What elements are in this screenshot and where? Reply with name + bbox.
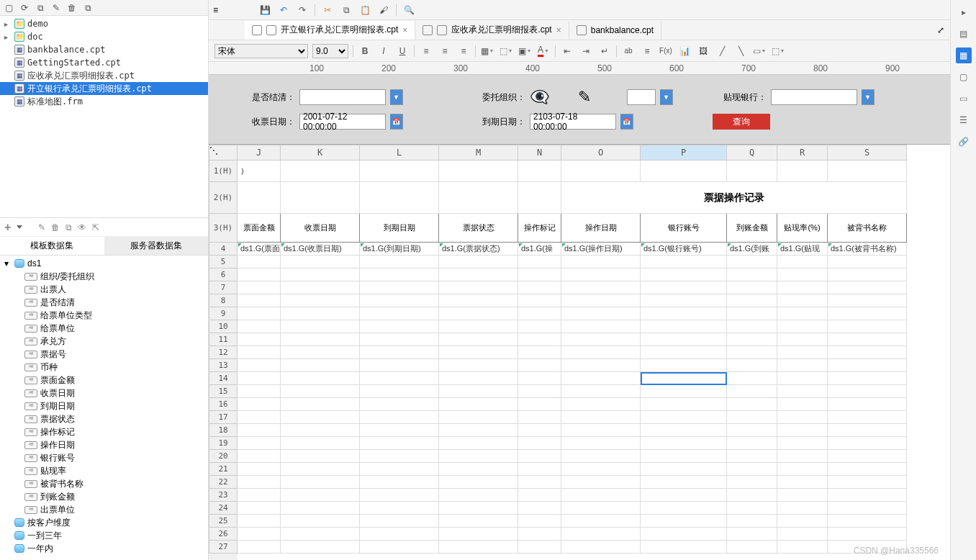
folder-item[interactable]: ▸📁demo (0, 17, 208, 30)
grid-cell[interactable] (238, 463, 281, 476)
grid-cell[interactable] (727, 528, 777, 541)
grid-cell[interactable] (518, 437, 561, 450)
grid-cell[interactable] (518, 307, 561, 320)
grid-cell[interactable]: 到期日期 (360, 214, 439, 243)
grid-cell[interactable] (439, 281, 518, 294)
grid-cell[interactable] (281, 450, 360, 463)
dataset-field[interactable]: ᴬᴮ币种 (0, 361, 208, 374)
grid-cell[interactable] (281, 385, 360, 398)
grid-cell[interactable] (828, 307, 907, 320)
grid-cell[interactable] (828, 346, 907, 359)
grid-cell[interactable] (641, 359, 727, 372)
grid-cell[interactable] (518, 476, 561, 489)
grid-cell[interactable] (281, 398, 360, 411)
grid-cell[interactable] (281, 294, 360, 307)
grid-cell[interactable] (641, 385, 727, 398)
dataset-field[interactable]: ᴬᴮ到期日期 (0, 399, 208, 412)
row-header[interactable]: 22 (209, 476, 238, 489)
grid-cell[interactable] (238, 424, 281, 437)
align-center-icon[interactable]: ≡ (438, 44, 452, 58)
file-tree[interactable]: ▸📁demo▸📁doc▦bankbalance.cpt▦GettingStart… (0, 16, 208, 217)
grid-cell[interactable] (777, 281, 828, 294)
row-header[interactable]: 14 (209, 372, 238, 385)
grid-cell[interactable] (439, 515, 518, 528)
grid-cell[interactable] (727, 294, 777, 307)
panel1-icon[interactable]: ▤ (956, 26, 972, 42)
grid-cell[interactable] (828, 411, 907, 424)
dataset-dim[interactable]: 按客户维度 (0, 516, 208, 529)
dataset-field[interactable]: ᴬᴮ承兑方 (0, 335, 208, 348)
grid-cell[interactable] (439, 411, 518, 424)
grid-cell[interactable] (439, 294, 518, 307)
grid-cell[interactable] (561, 476, 641, 489)
row-header[interactable]: 16 (209, 398, 238, 411)
grid-cell[interactable] (238, 489, 281, 502)
grid-cell[interactable] (561, 161, 641, 182)
grid-cell[interactable] (641, 463, 727, 476)
grid-cell[interactable] (518, 281, 561, 294)
grid-cell[interactable] (439, 398, 518, 411)
grid-cell[interactable] (360, 268, 439, 281)
panel2-icon[interactable]: ▦ (956, 48, 972, 63)
grid-cell[interactable] (561, 294, 641, 307)
grid-cell[interactable] (828, 385, 907, 398)
grid-cell[interactable] (439, 182, 518, 214)
grid-cell[interactable] (641, 333, 727, 346)
file-item[interactable]: ▦GettingStarted.cpt (0, 56, 208, 69)
dataset-field[interactable]: ᴬᴮ被背书名称 (0, 477, 208, 490)
input-due-date[interactable]: 2103-07-18 00:00:00 (530, 114, 616, 130)
row-header[interactable]: 25 (209, 515, 238, 528)
grid-cell[interactable] (727, 307, 777, 320)
grid-cell[interactable] (518, 256, 561, 268)
grid-cell[interactable] (828, 294, 907, 307)
row-header[interactable]: 7 (209, 281, 238, 294)
col-header[interactable]: Q (727, 145, 777, 161)
col-header[interactable]: P (641, 145, 727, 161)
input-bank[interactable] (771, 89, 857, 105)
grid-cell[interactable] (439, 320, 518, 333)
grid-cell[interactable] (777, 161, 828, 182)
grid-cell[interactable] (641, 411, 727, 424)
grid-cell[interactable] (777, 307, 828, 320)
formula-icon[interactable]: F(x) (659, 44, 673, 58)
add-dataset-icon[interactable]: + (4, 221, 11, 234)
grid-cell[interactable] (281, 333, 360, 346)
grid-cell[interactable] (561, 424, 641, 437)
grid-cell[interactable] (641, 502, 727, 515)
grid-cell[interactable] (360, 346, 439, 359)
grid-cell[interactable] (238, 372, 281, 385)
grid-cell[interactable] (777, 450, 828, 463)
col-header[interactable]: M (439, 145, 518, 161)
grid-cell[interactable] (727, 502, 777, 515)
grid-cell[interactable] (727, 281, 777, 294)
grid-cell[interactable] (238, 411, 281, 424)
grid-cell[interactable] (561, 489, 641, 502)
save-icon[interactable]: 💾 (258, 4, 271, 17)
grid-cell[interactable] (281, 359, 360, 372)
grid-cell[interactable] (518, 294, 561, 307)
grid-cell[interactable] (238, 333, 281, 346)
grid-cell[interactable] (518, 398, 561, 411)
grid-cell[interactable] (561, 346, 641, 359)
dataset-field[interactable]: ᴬᴮ银行账号 (0, 451, 208, 464)
grid-cell[interactable] (360, 385, 439, 398)
grid-cell[interactable] (777, 385, 828, 398)
fill-color-icon[interactable]: ▣▼ (518, 44, 532, 58)
grid-cell[interactable] (561, 333, 641, 346)
dataset-dim[interactable]: 一到三年 (0, 529, 208, 542)
grid-cell[interactable] (641, 450, 727, 463)
grid-cell[interactable] (360, 182, 439, 214)
row-header[interactable]: 8 (209, 294, 238, 307)
grid-cell[interactable] (777, 372, 828, 385)
grid-cell[interactable] (828, 161, 907, 182)
grid-cell[interactable] (727, 320, 777, 333)
grid-cell[interactable]: ds1.G(收票日期) (281, 243, 360, 256)
border-icon[interactable]: ▦▼ (480, 44, 494, 58)
dataset-field[interactable]: ᴬᴮ收票日期 (0, 387, 208, 399)
grid-cell[interactable] (727, 515, 777, 528)
grid-cell[interactable]: ds1.G(被背书名称) (828, 243, 907, 256)
grid-cell[interactable] (360, 411, 439, 424)
grid-cell[interactable] (281, 489, 360, 502)
col-header[interactable]: R (777, 145, 828, 161)
tab-template-dataset[interactable]: 模板数据集 (0, 237, 104, 255)
